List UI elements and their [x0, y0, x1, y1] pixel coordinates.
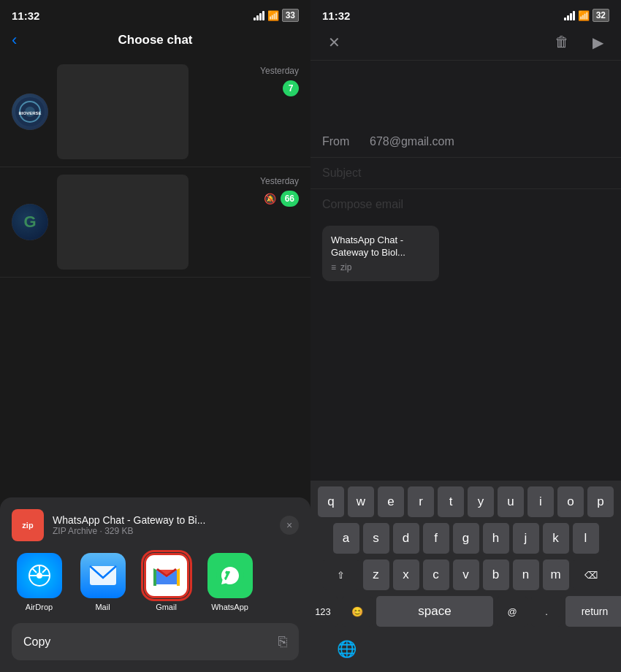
- key-d[interactable]: d: [393, 523, 419, 554]
- file-name: WhatsApp Chat - Gateway to Bi...: [53, 514, 271, 526]
- mute-icon: 🔕: [264, 193, 276, 205]
- left-time: 11:32: [12, 9, 39, 22]
- key-b[interactable]: b: [483, 560, 509, 590]
- file-meta: ZIP Archive · 329 KB: [53, 526, 271, 536]
- back-button[interactable]: ‹: [12, 31, 17, 50]
- whatsapp-icon: [207, 553, 253, 598]
- zip-file-icon: zip: [12, 509, 44, 541]
- attachment-preview: WhatsApp Chat - Gateway to Biol... ≡ zip: [322, 226, 439, 281]
- key-z[interactable]: z: [363, 560, 389, 590]
- key-e[interactable]: e: [378, 486, 404, 517]
- key-m[interactable]: m: [543, 560, 569, 590]
- key-shift[interactable]: ⇧: [323, 560, 359, 590]
- key-p[interactable]: p: [587, 486, 614, 517]
- mute-badge-row: 🔕 66: [264, 191, 299, 207]
- right-time: 11:32: [322, 9, 350, 22]
- airdrop-icon: [17, 553, 62, 598]
- key-u[interactable]: u: [498, 486, 524, 517]
- key-at[interactable]: @: [497, 596, 527, 627]
- key-period[interactable]: .: [531, 596, 562, 627]
- key-delete[interactable]: ⌫: [573, 560, 609, 590]
- key-row-3: ⇧ z x c v b n m ⌫: [313, 560, 618, 590]
- attachment-ext: zip: [340, 262, 351, 272]
- avatar-bioverse-img: BIOVERSE: [12, 93, 48, 130]
- compose-area[interactable]: Compose email: [310, 189, 621, 220]
- copy-row[interactable]: Copy ⎘: [12, 623, 299, 660]
- email-toolbar: ✕ 🗑 ▶: [310, 25, 621, 61]
- right-wifi-icon: 📶: [578, 10, 590, 21]
- send-button[interactable]: ▶: [587, 31, 609, 54]
- key-return[interactable]: return: [565, 596, 621, 627]
- chat-time-1: Yesterday: [260, 66, 299, 76]
- key-o[interactable]: o: [557, 486, 584, 517]
- key-space[interactable]: space: [376, 596, 493, 627]
- page-title: Choose chat: [118, 33, 192, 47]
- mail-icon: [80, 553, 126, 598]
- key-l[interactable]: l: [573, 523, 599, 554]
- gmail-icon: [144, 553, 189, 598]
- key-t[interactable]: t: [438, 486, 464, 517]
- subject-placeholder: Subject: [322, 167, 361, 179]
- app-grid: AirDrop Mail: [12, 553, 299, 611]
- key-emoji[interactable]: 😊: [342, 596, 373, 627]
- globe-row: 🌐: [313, 633, 618, 669]
- chat-meta-2: Yesterday 🔕 66: [260, 176, 299, 207]
- key-row-2: a s d f g h j k l: [313, 523, 618, 554]
- share-sheet: zip WhatsApp Chat - Gateway to Bi... ZIP…: [0, 497, 310, 672]
- avatar-gateway-img: G: [12, 204, 48, 240]
- svg-line-9: [32, 568, 37, 573]
- key-w[interactable]: w: [348, 486, 374, 517]
- key-s[interactable]: s: [363, 523, 389, 554]
- signal-icon: [254, 11, 264, 20]
- app-item-airdrop[interactable]: AirDrop: [12, 553, 66, 611]
- svg-text:BIOVERSE: BIOVERSE: [18, 111, 41, 115]
- key-v[interactable]: v: [453, 560, 479, 590]
- svg-line-10: [42, 568, 47, 573]
- chat-meta-1: Yesterday 7: [260, 66, 299, 96]
- mail-label: Mail: [95, 603, 110, 611]
- avatar-g-letter: G: [23, 213, 36, 232]
- key-h[interactable]: h: [483, 523, 509, 554]
- left-header: ‹ Choose chat: [0, 25, 310, 57]
- app-item-mail[interactable]: Mail: [75, 553, 130, 611]
- key-a[interactable]: a: [333, 523, 359, 554]
- attachment-ext-icon: ≡: [331, 262, 336, 272]
- app-item-whatsapp[interactable]: WhatsApp: [202, 553, 257, 611]
- trash-button[interactable]: 🗑: [549, 31, 575, 54]
- subject-row[interactable]: Subject: [310, 158, 621, 189]
- chat-item-1[interactable]: BIOVERSE Yesterday 7: [0, 57, 310, 167]
- key-y[interactable]: y: [468, 486, 494, 517]
- app-item-gmail[interactable]: Gmail: [139, 553, 194, 611]
- key-c[interactable]: c: [423, 560, 449, 590]
- avatar-2: G: [12, 204, 48, 240]
- share-file-row: zip WhatsApp Chat - Gateway to Bi... ZIP…: [12, 509, 299, 541]
- key-q[interactable]: q: [318, 486, 344, 517]
- close-share-button[interactable]: ×: [280, 516, 299, 535]
- key-i[interactable]: i: [527, 486, 554, 517]
- copy-icon: ⎘: [278, 633, 287, 650]
- compose-placeholder: Compose email: [322, 198, 403, 210]
- attachment-meta-row: ≡ zip: [331, 262, 430, 272]
- close-email-button[interactable]: ✕: [322, 31, 346, 54]
- right-status-bar: 11:32 📶 32: [310, 0, 621, 25]
- globe-key[interactable]: 🌐: [325, 635, 368, 663]
- right-battery-icon: 32: [593, 9, 609, 22]
- key-r[interactable]: r: [408, 486, 434, 517]
- chat-item-2[interactable]: G Yesterday 🔕 66: [0, 167, 310, 278]
- key-f[interactable]: f: [423, 523, 449, 554]
- key-x[interactable]: x: [393, 560, 419, 590]
- chat-time-2: Yesterday: [260, 176, 299, 186]
- badge-1: 7: [283, 80, 299, 96]
- key-k[interactable]: k: [543, 523, 569, 554]
- left-status-icons: 📶 33: [254, 9, 299, 22]
- whatsapp-label: WhatsApp: [211, 603, 248, 611]
- from-value: 678@gmail.com: [370, 135, 454, 148]
- key-j[interactable]: j: [513, 523, 539, 554]
- key-n[interactable]: n: [513, 560, 539, 590]
- key-g[interactable]: g: [453, 523, 479, 554]
- gmail-label: Gmail: [156, 603, 177, 611]
- svg-point-5: [37, 573, 42, 579]
- right-panel: 11:32 📶 32 ✕ 🗑 ▶ From 678@gmail.com Subj…: [310, 0, 621, 672]
- attachment-name: WhatsApp Chat - Gateway to Biol...: [331, 234, 430, 259]
- key-123[interactable]: 123: [308, 596, 338, 627]
